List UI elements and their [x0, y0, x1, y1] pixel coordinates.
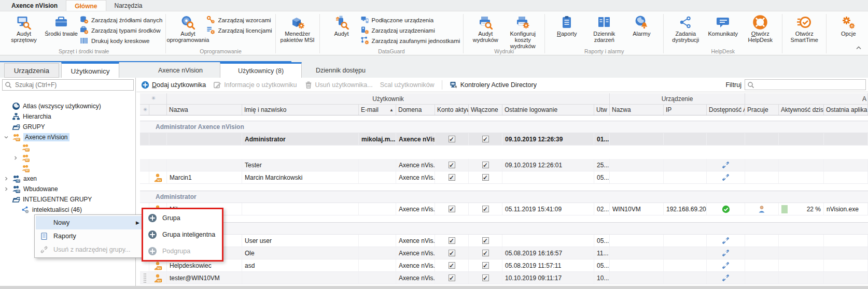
column-header-aktywność-dzis[interactable]: Aktywność dzis — [779, 105, 824, 115]
checkbox-checked[interactable] — [449, 262, 455, 269]
sidebar-search[interactable] — [2, 79, 134, 91]
group-row-administrator[interactable]: Administrator — [140, 191, 868, 203]
submenu-item-grupa[interactable]: Grupa — [143, 210, 222, 226]
ribbon-button-raporty[interactable]: Raporty — [548, 13, 585, 37]
toolbar-button-dodaj-użytkownika[interactable]: Dodaj użytkownika — [141, 81, 206, 89]
tree-item-atlas-wszyscy-użytkownicy[interactable]: Atlas (wszyscy użytkownicy) — [0, 101, 136, 111]
table-row-mikuz[interactable]: NVMikuzAxence nVis...05.11.2019 15:41:09… — [140, 203, 868, 215]
column-header-ip[interactable]: IP — [664, 105, 707, 115]
ribbon-item-zarządzaj-zaufanymi-jednostkami[interactable]: Zarządzaj zaufanymi jednostkami — [360, 36, 460, 46]
ribbon-tab-główne[interactable]: Główne — [66, 0, 106, 11]
ribbon-button-audyt-wydruków[interactable]: Audyt wydruków — [467, 13, 504, 43]
chevron-right-icon[interactable] — [12, 155, 19, 161]
content-tab-użytkownicy-8[interactable]: Użytkownicy (8) — [220, 62, 302, 78]
chevron-right-icon[interactable] — [3, 176, 9, 181]
ribbon-item-zarządzaj-źródłami-danych[interactable]: Zarządzaj źródłami danych — [80, 15, 162, 25]
table-row-administrator[interactable]: Administratormikolaj.m...Axence nVis...0… — [140, 133, 868, 146]
column-header-ostatnie-logowanie[interactable]: Ostatnie logowanie — [502, 105, 594, 115]
submenu-item-podgrupa[interactable]: Podgrupa — [143, 243, 222, 259]
ribbon-item-zarządzaj-urządzeniami[interactable]: Zarządzaj urządzeniami — [360, 25, 460, 35]
ribbon-button-komunikaty[interactable]: Komunikaty — [704, 13, 741, 37]
ribbon-button-audyt-oprogramowania[interactable]: Audyt oprogramowania — [169, 13, 206, 43]
ribbon-button-otwórz-smarttime[interactable]: Otwórz SmartTime — [786, 13, 823, 43]
chevron-down-icon[interactable] — [3, 135, 9, 140]
column-header-domena[interactable]: Domena — [396, 105, 435, 115]
column-header-włączone[interactable]: Włączone — [469, 105, 502, 115]
page-tab-użytkownicy[interactable]: Użytkownicy — [61, 62, 119, 78]
menu-item-nowy[interactable]: Nowy▶ — [36, 216, 143, 229]
chevron-right-icon[interactable] — [3, 186, 9, 192]
column-header-nazwa-device[interactable]: Nazwa — [610, 105, 664, 115]
column-header-konto-aktyw[interactable]: Konto aktyw — [435, 105, 469, 115]
ribbon-button-środki-trwałe[interactable]: Środki trwałe — [43, 13, 80, 37]
ribbon-item-zarządzaj-typami-środków[interactable]: Zarządzaj typami środków — [80, 25, 162, 35]
submenu-item-grupa-inteligentna[interactable]: Grupa inteligentna — [143, 226, 222, 243]
table-row-marcin1[interactable]: NVMarcin1Marcin MarcinkowskiAxence nVis.… — [140, 171, 868, 184]
menu-item-usuń-z-nadrzędnej-grupy[interactable]: Usuń z nadrzędnej grupy... — [36, 243, 143, 256]
checkbox-checked[interactable] — [449, 206, 455, 212]
checkbox-checked[interactable] — [449, 250, 455, 256]
drag-handle[interactable] — [144, 273, 146, 283]
tree-item-inteligentne-grupy[interactable]: INTELIGENTNE GRUPY — [0, 194, 136, 205]
column-header-e-mail[interactable]: E-mail▲ — [359, 105, 396, 115]
table-row-helpdeskowiec[interactable]: NVHelpdeskowiecasdAxence nVis...05.08.20… — [140, 259, 868, 272]
checkbox-checked[interactable] — [449, 237, 455, 244]
ribbon-item-drukuj-kody-kreskowe[interactable]: Drukuj kody kreskowe — [80, 36, 162, 46]
column-header-imię-i-nazwisko[interactable]: Imię i nazwisko — [242, 105, 359, 115]
ribbon-item-zarządzaj-wzorcami[interactable]: Zarządzaj wzorcami — [206, 15, 272, 25]
ribbon-tab-narzędzia[interactable]: Narzędzia — [106, 0, 151, 11]
checkbox-checked[interactable] — [482, 250, 489, 256]
toolbar-button-scal-użytkowników[interactable]: Scal użytkowników — [380, 81, 435, 89]
ribbon-item-zarządzaj-licencjami[interactable]: Zarządzaj licencjami — [206, 25, 272, 35]
column-header-blank[interactable]: ✳ — [140, 105, 149, 115]
checkbox-checked[interactable] — [482, 162, 489, 168]
toolbar-button-usuń-użytkownika[interactable]: Usuń użytkownika... — [304, 81, 373, 89]
tree-item-hidden[interactable]: NV — [0, 153, 136, 163]
checkbox-checked[interactable] — [449, 136, 455, 142]
ribbon-button-zadania-dystrybucji[interactable]: Zadania dystrybucji — [667, 13, 704, 43]
tree-item-axen[interactable]: ADaxen — [0, 174, 136, 184]
search-input[interactable] — [14, 81, 131, 89]
checkbox-checked[interactable] — [482, 237, 489, 244]
filter-box[interactable] — [745, 79, 866, 90]
column-header-nazwa[interactable]: Nazwa — [167, 105, 242, 115]
ribbon-button-otwórz-helpdesk[interactable]: Otwórz HelpDesk — [741, 13, 779, 43]
content-tab-axence-nvision[interactable]: Axence nVision — [141, 63, 220, 78]
ribbon-tab-axence-nvision[interactable]: Axence nVision — [3, 0, 66, 11]
tree-item-hidden[interactable]: NV — [0, 142, 136, 153]
column-chooser-icon[interactable]: ✳ — [142, 106, 148, 114]
checkbox-checked[interactable] — [482, 206, 489, 212]
column-header-pracuje[interactable]: Pracuje — [745, 105, 779, 115]
checkbox-checked[interactable] — [482, 262, 489, 269]
tree-item-hidden[interactable]: NV — [0, 163, 136, 174]
tree-item-intelektualisci-46[interactable]: intelektualisci (46) — [0, 205, 136, 215]
collapse-ribbon-button[interactable] — [855, 45, 863, 52]
table-row-tester[interactable]: TesterAxence nVis...09.10.2019 12:26:012… — [140, 159, 868, 171]
group-row-użytkownik[interactable]: Użytkownik — [140, 222, 868, 235]
ribbon-button-opcje[interactable]: Opcje — [830, 13, 867, 37]
checkbox-checked[interactable] — [482, 136, 489, 142]
ribbon-button-menedżer-pakietów-msi[interactable]: Menedżer pakietów MSI — [279, 13, 316, 43]
ribbon-button-konfiguruj-koszty-wydruków[interactable]: Konfiguruj koszty wydruków — [504, 13, 541, 49]
checkbox-checked[interactable] — [449, 174, 455, 181]
content-tab-dziennik-dostępu[interactable]: Dziennik dostępu — [302, 63, 380, 78]
ribbon-button-alarmy[interactable]: Alarmy — [623, 13, 660, 37]
tree-item-wbudowane[interactable]: ADWbudowane — [0, 184, 136, 194]
column-header-dostępność-a[interactable]: Dostępność A — [707, 105, 745, 115]
toolbar-button-informacje-o-użytkowniku[interactable]: Informacje o użytkowniku — [213, 81, 297, 89]
table-row-hello[interactable]: NVHelloOleAxence nVis...05.08.2019 16:16… — [140, 247, 868, 259]
checkbox-checked[interactable] — [482, 274, 489, 281]
table-row-tester-win10vm[interactable]: NVtester@WIN10VMAxence nVis...10.10.2019… — [140, 272, 868, 284]
checkbox-checked[interactable] — [449, 274, 455, 281]
toolbar-button-kontrolery-active-directory[interactable]: Kontrolery Active Directory — [450, 81, 537, 89]
column-header-ostatnia-aplika[interactable]: Ostatnia aplika — [824, 105, 868, 115]
ribbon-button-audyt[interactable]: Audyt — [323, 13, 360, 37]
page-tab-urządzenia[interactable]: Urządzenia — [4, 63, 59, 78]
menu-item-raporty[interactable]: Raporty — [36, 229, 143, 243]
filter-input[interactable] — [757, 81, 863, 89]
ribbon-button-dziennik-zdarzeń[interactable]: Dziennik zdarzeń — [585, 13, 623, 43]
checkbox-checked[interactable] — [449, 162, 455, 168]
tree-item-grupy[interactable]: GRUPY — [0, 122, 136, 132]
ribbon-button-audyt-sprzętowy[interactable]: Audyt sprzętowy — [5, 13, 43, 43]
tree-item-axence-nvision[interactable]: NVAxence nVision — [0, 132, 136, 142]
